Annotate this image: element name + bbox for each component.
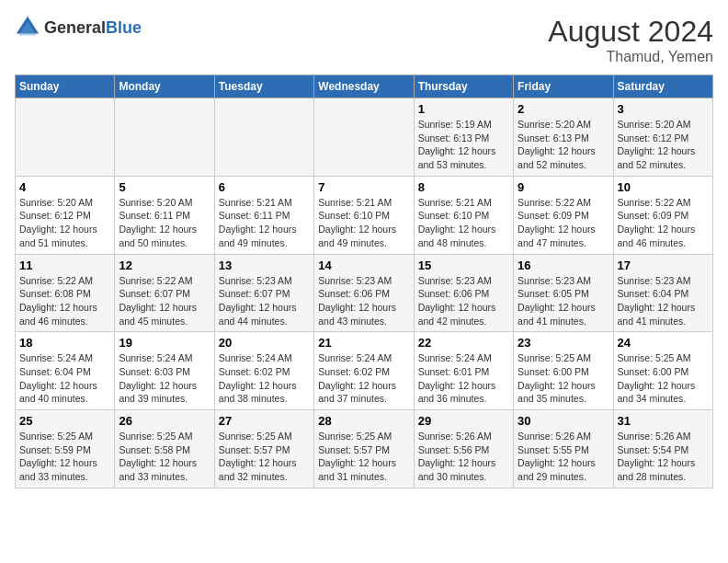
calendar-cell: 21Sunrise: 5:24 AM Sunset: 6:02 PM Dayli…	[314, 332, 414, 410]
day-info: Sunrise: 5:24 AM Sunset: 6:02 PM Dayligh…	[318, 351, 409, 406]
calendar-cell: 19Sunrise: 5:24 AM Sunset: 6:03 PM Dayli…	[115, 332, 214, 410]
day-info: Sunrise: 5:25 AM Sunset: 5:57 PM Dayligh…	[318, 430, 409, 484]
day-info: Sunrise: 5:24 AM Sunset: 6:02 PM Dayligh…	[219, 351, 310, 406]
calendar-cell: 3Sunrise: 5:20 AM Sunset: 6:12 PM Daylig…	[613, 98, 712, 177]
day-number: 27	[219, 414, 310, 428]
calendar-cell: 4Sunrise: 5:20 AM Sunset: 6:12 PM Daylig…	[16, 176, 115, 254]
day-info: Sunrise: 5:24 AM Sunset: 6:04 PM Dayligh…	[19, 351, 110, 406]
calendar-week-row: 4Sunrise: 5:20 AM Sunset: 6:12 PM Daylig…	[16, 176, 713, 254]
day-number: 28	[318, 414, 409, 428]
day-info: Sunrise: 5:20 AM Sunset: 6:12 PM Dayligh…	[19, 196, 110, 250]
calendar-cell: 27Sunrise: 5:25 AM Sunset: 5:57 PM Dayli…	[214, 410, 313, 488]
header-row: SundayMondayTuesdayWednesdayThursdayFrid…	[16, 75, 713, 98]
calendar-week-row: 1Sunrise: 5:19 AM Sunset: 6:13 PM Daylig…	[16, 98, 713, 177]
calendar-cell: 1Sunrise: 5:19 AM Sunset: 6:13 PM Daylig…	[414, 98, 513, 177]
page-header: GeneralBlue August 2024 Thamud, Yemen	[15, 15, 713, 65]
calendar-cell: 30Sunrise: 5:26 AM Sunset: 5:55 PM Dayli…	[514, 410, 613, 488]
calendar-cell: 18Sunrise: 5:24 AM Sunset: 6:04 PM Dayli…	[16, 332, 115, 410]
header-day: Monday	[115, 75, 214, 98]
day-number: 11	[19, 259, 110, 272]
day-number: 18	[19, 336, 110, 350]
calendar-cell: 28Sunrise: 5:25 AM Sunset: 5:57 PM Dayli…	[314, 410, 414, 488]
day-number: 13	[219, 259, 310, 272]
logo-blue: Blue	[106, 18, 142, 37]
day-info: Sunrise: 5:25 AM Sunset: 6:00 PM Dayligh…	[518, 351, 609, 406]
header-day: Wednesday	[314, 75, 414, 98]
logo: GeneralBlue	[15, 15, 142, 40]
calendar-cell: 15Sunrise: 5:23 AM Sunset: 6:06 PM Dayli…	[414, 254, 513, 332]
day-number: 23	[518, 336, 609, 350]
calendar-cell: 9Sunrise: 5:22 AM Sunset: 6:09 PM Daylig…	[514, 176, 613, 254]
day-info: Sunrise: 5:22 AM Sunset: 6:08 PM Dayligh…	[19, 274, 110, 328]
day-number: 4	[19, 180, 110, 194]
day-number: 1	[418, 102, 509, 116]
header-day: Friday	[514, 75, 613, 98]
day-info: Sunrise: 5:24 AM Sunset: 6:03 PM Dayligh…	[119, 351, 210, 406]
calendar-cell: 31Sunrise: 5:26 AM Sunset: 5:54 PM Dayli…	[613, 410, 712, 488]
calendar-week-row: 18Sunrise: 5:24 AM Sunset: 6:04 PM Dayli…	[16, 332, 713, 410]
day-info: Sunrise: 5:25 AM Sunset: 6:00 PM Dayligh…	[618, 351, 709, 406]
calendar-cell	[214, 98, 313, 177]
day-info: Sunrise: 5:25 AM Sunset: 5:57 PM Dayligh…	[219, 430, 310, 484]
day-info: Sunrise: 5:25 AM Sunset: 5:58 PM Dayligh…	[119, 430, 210, 484]
calendar-cell: 29Sunrise: 5:26 AM Sunset: 5:56 PM Dayli…	[414, 410, 513, 488]
day-number: 8	[418, 180, 509, 194]
calendar-cell: 13Sunrise: 5:23 AM Sunset: 6:07 PM Dayli…	[214, 254, 313, 332]
calendar-cell: 23Sunrise: 5:25 AM Sunset: 6:00 PM Dayli…	[514, 332, 613, 410]
calendar-cell: 17Sunrise: 5:23 AM Sunset: 6:04 PM Dayli…	[613, 254, 712, 332]
day-number: 17	[618, 259, 709, 272]
day-number: 21	[318, 336, 409, 350]
calendar-cell: 8Sunrise: 5:21 AM Sunset: 6:10 PM Daylig…	[414, 176, 513, 254]
day-number: 12	[119, 259, 210, 272]
calendar-cell	[16, 98, 115, 177]
calendar-cell: 10Sunrise: 5:22 AM Sunset: 6:09 PM Dayli…	[613, 176, 712, 254]
calendar-body: 1Sunrise: 5:19 AM Sunset: 6:13 PM Daylig…	[16, 98, 713, 488]
calendar-title: August 2024	[548, 15, 713, 49]
logo-general: General	[44, 18, 106, 37]
day-info: Sunrise: 5:22 AM Sunset: 6:09 PM Dayligh…	[518, 196, 609, 250]
calendar-cell: 22Sunrise: 5:24 AM Sunset: 6:01 PM Dayli…	[414, 332, 513, 410]
day-info: Sunrise: 5:20 AM Sunset: 6:12 PM Dayligh…	[618, 118, 709, 172]
day-info: Sunrise: 5:26 AM Sunset: 5:54 PM Dayligh…	[618, 430, 709, 484]
title-block: August 2024 Thamud, Yemen	[548, 15, 713, 65]
calendar-cell: 24Sunrise: 5:25 AM Sunset: 6:00 PM Dayli…	[613, 332, 712, 410]
calendar-cell	[115, 98, 214, 177]
calendar-week-row: 11Sunrise: 5:22 AM Sunset: 6:08 PM Dayli…	[16, 254, 713, 332]
day-number: 24	[618, 336, 709, 350]
day-info: Sunrise: 5:21 AM Sunset: 6:11 PM Dayligh…	[219, 196, 310, 250]
day-info: Sunrise: 5:26 AM Sunset: 5:55 PM Dayligh…	[518, 430, 609, 484]
day-info: Sunrise: 5:23 AM Sunset: 6:06 PM Dayligh…	[318, 274, 409, 328]
calendar-cell	[314, 98, 414, 177]
header-day: Saturday	[613, 75, 712, 98]
day-number: 25	[19, 414, 110, 428]
calendar-cell: 26Sunrise: 5:25 AM Sunset: 5:58 PM Dayli…	[115, 410, 214, 488]
day-number: 31	[618, 414, 709, 428]
day-info: Sunrise: 5:23 AM Sunset: 6:04 PM Dayligh…	[618, 274, 709, 328]
day-info: Sunrise: 5:23 AM Sunset: 6:07 PM Dayligh…	[219, 274, 310, 328]
day-info: Sunrise: 5:22 AM Sunset: 6:09 PM Dayligh…	[618, 196, 709, 250]
day-number: 5	[119, 180, 210, 194]
day-number: 29	[418, 414, 509, 428]
calendar-subtitle: Thamud, Yemen	[548, 49, 713, 65]
day-number: 16	[518, 259, 609, 272]
header-day: Tuesday	[214, 75, 313, 98]
day-info: Sunrise: 5:23 AM Sunset: 6:05 PM Dayligh…	[518, 274, 609, 328]
calendar-header: SundayMondayTuesdayWednesdayThursdayFrid…	[16, 75, 713, 98]
day-number: 6	[219, 180, 310, 194]
calendar-cell: 12Sunrise: 5:22 AM Sunset: 6:07 PM Dayli…	[115, 254, 214, 332]
calendar-cell: 7Sunrise: 5:21 AM Sunset: 6:10 PM Daylig…	[314, 176, 414, 254]
day-number: 10	[618, 180, 709, 194]
day-number: 30	[518, 414, 609, 428]
day-info: Sunrise: 5:22 AM Sunset: 6:07 PM Dayligh…	[119, 274, 210, 328]
day-info: Sunrise: 5:21 AM Sunset: 6:10 PM Dayligh…	[318, 196, 409, 250]
day-info: Sunrise: 5:20 AM Sunset: 6:13 PM Dayligh…	[518, 118, 609, 172]
day-number: 9	[518, 180, 609, 194]
day-info: Sunrise: 5:26 AM Sunset: 5:56 PM Dayligh…	[418, 430, 509, 484]
calendar-cell: 11Sunrise: 5:22 AM Sunset: 6:08 PM Dayli…	[16, 254, 115, 332]
day-info: Sunrise: 5:23 AM Sunset: 6:06 PM Dayligh…	[418, 274, 509, 328]
calendar-week-row: 25Sunrise: 5:25 AM Sunset: 5:59 PM Dayli…	[16, 410, 713, 488]
calendar-cell: 14Sunrise: 5:23 AM Sunset: 6:06 PM Dayli…	[314, 254, 414, 332]
day-number: 20	[219, 336, 310, 350]
day-info: Sunrise: 5:21 AM Sunset: 6:10 PM Dayligh…	[418, 196, 509, 250]
day-number: 15	[418, 259, 509, 272]
